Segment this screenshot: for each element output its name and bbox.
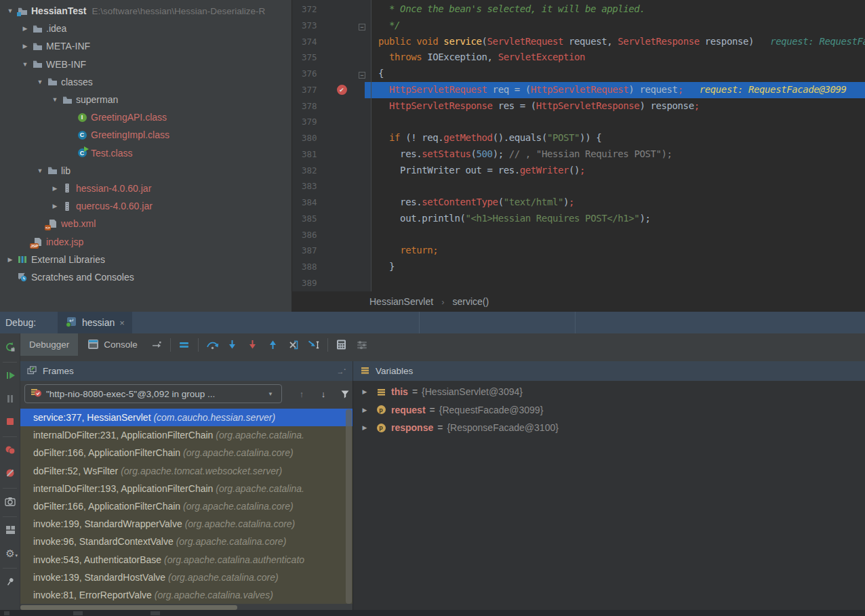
- frame-down-button[interactable]: ↓: [315, 386, 332, 401]
- chevron-down-icon[interactable]: ▼: [34, 77, 46, 87]
- breadcrumb-method[interactable]: service(): [453, 296, 489, 307]
- show-execution-point-button[interactable]: [174, 336, 195, 354]
- jar-icon: [61, 201, 73, 211]
- evaluate-expression-button[interactable]: [331, 336, 352, 354]
- chevron-right-icon[interactable]: ▶: [49, 183, 61, 194]
- fold-icon[interactable]: −: [356, 70, 368, 81]
- tree-item-superman[interactable]: ▼superman: [0, 91, 291, 108]
- tab-console[interactable]: Console: [78, 333, 146, 356]
- stop-program-button[interactable]: [2, 413, 18, 430]
- expander-icon[interactable]: ▶: [359, 386, 371, 397]
- tree-item-test-class[interactable]: CTest.class: [0, 144, 291, 162]
- chevron-right-icon[interactable]: ▶: [4, 254, 16, 265]
- step-over-button[interactable]: [202, 336, 222, 354]
- blank-icon: [64, 112, 76, 123]
- close-icon[interactable]: ×: [119, 318, 125, 328]
- header-divider: [419, 312, 420, 333]
- class-run-icon: C: [76, 148, 88, 159]
- debug-session-tab-hessian[interactable]: ↵ hessian ×: [58, 312, 132, 333]
- stack-frame[interactable]: internalDoFilter:231, ApplicationFilterC…: [20, 426, 353, 444]
- folder-icon: [46, 77, 58, 87]
- pause-program-button[interactable]: [2, 390, 18, 407]
- tab-debugger[interactable]: Debugger: [20, 333, 78, 356]
- get-thread-dump-button[interactable]: [2, 493, 18, 510]
- restore-layout-button[interactable]: [2, 522, 18, 538]
- settings-button[interactable]: ⚙▾: [2, 545, 18, 561]
- tree-item-greetingapi-class[interactable]: IGreetingAPI.class: [0, 108, 291, 126]
- line-number: 386: [302, 227, 317, 243]
- thread-selector-dropdown[interactable]: "http-nio-8080-exec-5"@3,092 in group ..…: [24, 384, 282, 403]
- force-step-into-button[interactable]: [243, 336, 263, 354]
- stack-frame[interactable]: doFilter:166, ApplicationFilterChain (or…: [20, 497, 353, 515]
- chevron-down-icon[interactable]: ▼: [49, 94, 61, 105]
- frame-up-button[interactable]: ↑: [293, 386, 310, 401]
- fold-icon[interactable]: −: [356, 22, 368, 33]
- restore-layout-icon: [4, 525, 16, 535]
- chevron-right-icon[interactable]: ▶: [19, 23, 31, 34]
- resume-program-button[interactable]: [2, 367, 18, 384]
- code-line-388: 388 }: [292, 259, 865, 275]
- stack-frame[interactable]: invoke:199, StandardWrapperValve (org.ap…: [20, 515, 353, 533]
- mute-breakpoints-button[interactable]: [2, 465, 18, 481]
- step-into-button[interactable]: [222, 336, 243, 354]
- stack-frame[interactable]: invoke:543, AuthenticatorBase (org.apach…: [20, 551, 353, 569]
- variable-row-this[interactable]: ▶this={HessianServlet@3094}: [353, 383, 865, 401]
- tree-item-hessiantest[interactable]: ▼HessianTestE:\software\hessian\Hessian-…: [0, 2, 291, 20]
- stack-frame[interactable]: invoke:139, StandardHostValve (org.apach…: [20, 569, 353, 586]
- toolbar-separator: [327, 338, 328, 352]
- run-to-cursor-button[interactable]: [304, 336, 324, 354]
- stack-frame[interactable]: invoke:81, ErrorReportValve (org.apache.…: [20, 586, 353, 604]
- code-line-378: 378 HttpServletResponse res = (HttpServl…: [292, 98, 865, 115]
- pin-tab-button[interactable]: [2, 573, 18, 590]
- tree-item-idea[interactable]: ▶.idea: [0, 20, 291, 37]
- toolbar-separator: [198, 338, 199, 352]
- toolbar-separator: [3, 362, 17, 363]
- tree-item-scratches-and-consoles[interactable]: Scratches and Consoles: [0, 268, 291, 286]
- tree-item-hessian-4-0-60-jar[interactable]: ▶hessian-4.0.60.jar: [0, 180, 291, 197]
- tree-item-index-jsp[interactable]: JSPindex.jsp: [0, 232, 291, 250]
- stack-frame[interactable]: doFilter:166, ApplicationFilterChain (or…: [20, 444, 353, 461]
- variable-value: {ResponseFacade@3100}: [447, 422, 558, 433]
- stack-frame[interactable]: internalDoFilter:193, ApplicationFilterC…: [20, 480, 353, 497]
- frames-vertical-scrollbar[interactable]: [346, 409, 352, 604]
- chevron-right-icon[interactable]: ▶: [49, 201, 61, 211]
- line-number: 374: [302, 34, 317, 50]
- hide-library-frames-button[interactable]: [336, 386, 353, 401]
- chevron-down-icon[interactable]: ▼: [19, 59, 31, 70]
- variable-row-request[interactable]: ▶prequest={RequestFacade@3099}: [353, 401, 865, 419]
- dock-pinned-icon[interactable]: →▪: [335, 366, 347, 377]
- equals-sign: =: [430, 405, 435, 415]
- code-editor[interactable]: 372 * Once the bean's selected, it will …: [291, 0, 865, 291]
- frame-method: doFilter:52, WsFilter: [33, 466, 121, 476]
- jump-to-source-button[interactable]: [146, 336, 167, 354]
- step-out-button[interactable]: [263, 336, 283, 354]
- chevron-down-icon[interactable]: ▼: [4, 5, 16, 16]
- breadcrumb-class[interactable]: HessianServlet: [369, 296, 433, 307]
- tree-item-meta-inf[interactable]: ▶META-INF: [0, 37, 291, 55]
- frames-horizontal-scrollbar[interactable]: [20, 605, 353, 610]
- thread-selector-value: "http-nio-8080-exec-5"@3,092 in group ..…: [46, 389, 260, 399]
- expander-icon[interactable]: ▶: [359, 405, 371, 415]
- tree-item-lib[interactable]: ▼lib: [0, 162, 291, 180]
- code-line-374: 374public void service(ServletRequest re…: [292, 34, 865, 50]
- rerun-debug-button[interactable]: [2, 339, 18, 355]
- tree-item-quercus-4-0-60-jar[interactable]: ▶quercus-4.0.60.jar: [0, 197, 291, 215]
- chevron-right-icon[interactable]: ▶: [19, 41, 31, 52]
- tree-item-greetingimpl-class[interactable]: CGreetingImpl.class: [0, 126, 291, 144]
- chevron-down-icon[interactable]: ▼: [34, 165, 46, 176]
- variable-row-response[interactable]: ▶presponse={ResponseFacade@3100}: [353, 419, 865, 437]
- expander-icon[interactable]: ▶: [359, 422, 371, 433]
- view-breakpoints-button[interactable]: [2, 442, 18, 458]
- xml-file-icon: <>: [46, 218, 58, 229]
- drop-frame-button[interactable]: [283, 336, 304, 354]
- tree-item-classes[interactable]: ▼classes: [0, 73, 291, 91]
- tree-item-external-libraries[interactable]: ▶External Libraries: [0, 251, 291, 268]
- variable-name: request: [391, 405, 426, 415]
- breakpoint-icon[interactable]: ✔: [336, 85, 348, 96]
- tree-item-web-inf[interactable]: ▼WEB-INF: [0, 56, 291, 73]
- stack-frame[interactable]: invoke:96, StandardContextValve (org.apa…: [20, 533, 353, 550]
- tree-item-web-xml[interactable]: <>web.xml: [0, 215, 291, 232]
- layout-settings-button[interactable]: [352, 336, 372, 354]
- stack-frame[interactable]: doFilter:52, WsFilter (org.apache.tomcat…: [20, 462, 353, 480]
- stack-frame[interactable]: service:377, HessianServlet (com.caucho.…: [20, 409, 353, 426]
